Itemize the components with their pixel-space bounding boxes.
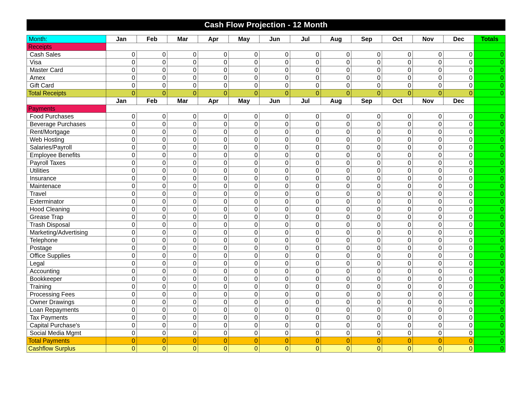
cell[interactable]: 0	[444, 236, 474, 244]
cell[interactable]: 0	[106, 120, 137, 128]
cell[interactable]: 0	[413, 291, 444, 298]
cell[interactable]: 0	[198, 260, 229, 267]
cell[interactable]: 0	[198, 252, 229, 260]
cell[interactable]: 0	[321, 298, 351, 306]
cell[interactable]: 0	[413, 82, 444, 89]
cell[interactable]: 0	[229, 51, 259, 58]
cell[interactable]: 0	[106, 306, 137, 314]
cell[interactable]: 0	[259, 298, 290, 306]
cell[interactable]: 0	[413, 175, 444, 182]
cell[interactable]: 0	[444, 260, 474, 267]
cell[interactable]: 0	[137, 206, 167, 213]
cell[interactable]: 0	[137, 113, 167, 120]
cell[interactable]: 0	[351, 58, 382, 66]
cell[interactable]: 0	[229, 151, 259, 159]
cell[interactable]: 0	[167, 260, 198, 267]
cell[interactable]: 0	[259, 175, 290, 182]
cell[interactable]: 0	[137, 213, 167, 221]
cell[interactable]: 0	[351, 283, 382, 291]
cell[interactable]: 0	[290, 182, 321, 190]
cell[interactable]: 0	[321, 182, 351, 190]
cell[interactable]: 0	[259, 58, 290, 66]
cell[interactable]: 0	[321, 322, 351, 329]
cell[interactable]: 0	[229, 66, 259, 74]
cell[interactable]: 0	[444, 182, 474, 190]
cell[interactable]: 0	[382, 182, 413, 190]
cell[interactable]: 0	[290, 221, 321, 229]
cell[interactable]: 0	[290, 175, 321, 182]
cell[interactable]: 0	[290, 167, 321, 175]
cell[interactable]: 0	[167, 213, 198, 221]
cell[interactable]: 0	[229, 291, 259, 298]
cell[interactable]: 0	[167, 229, 198, 236]
cell[interactable]: 0	[321, 229, 351, 236]
cell[interactable]: 0	[321, 314, 351, 322]
cell[interactable]: 0	[321, 58, 351, 66]
cell[interactable]: 0	[137, 221, 167, 229]
cell[interactable]: 0	[137, 175, 167, 182]
cell[interactable]: 0	[413, 66, 444, 74]
cell[interactable]: 0	[351, 136, 382, 144]
cell[interactable]: 0	[413, 74, 444, 82]
cell[interactable]: 0	[321, 128, 351, 136]
cell[interactable]: 0	[413, 252, 444, 260]
cell[interactable]: 0	[290, 314, 321, 322]
cell[interactable]: 0	[106, 298, 137, 306]
cell[interactable]: 0	[382, 244, 413, 252]
cell[interactable]: 0	[351, 159, 382, 167]
cell[interactable]: 0	[413, 51, 444, 58]
cell[interactable]: 0	[137, 190, 167, 198]
cell[interactable]: 0	[351, 190, 382, 198]
cell[interactable]: 0	[167, 198, 198, 206]
cell[interactable]: 0	[351, 260, 382, 267]
cell[interactable]: 0	[137, 229, 167, 236]
cell[interactable]: 0	[351, 267, 382, 275]
cell[interactable]: 0	[321, 167, 351, 175]
cell[interactable]: 0	[351, 252, 382, 260]
cell[interactable]: 0	[290, 213, 321, 221]
cell[interactable]: 0	[137, 283, 167, 291]
cell[interactable]: 0	[167, 144, 198, 151]
cell[interactable]: 0	[259, 66, 290, 74]
cell[interactable]: 0	[167, 267, 198, 275]
cell[interactable]: 0	[382, 252, 413, 260]
cell[interactable]: 0	[444, 167, 474, 175]
cell[interactable]: 0	[229, 275, 259, 283]
cell[interactable]: 0	[382, 151, 413, 159]
cell[interactable]: 0	[351, 206, 382, 213]
cell[interactable]: 0	[137, 198, 167, 206]
cell[interactable]: 0	[382, 275, 413, 283]
cell[interactable]: 0	[167, 159, 198, 167]
cell[interactable]: 0	[229, 329, 259, 337]
cell[interactable]: 0	[382, 58, 413, 66]
cell[interactable]: 0	[382, 221, 413, 229]
cell[interactable]: 0	[413, 283, 444, 291]
cell[interactable]: 0	[137, 167, 167, 175]
cell[interactable]: 0	[321, 213, 351, 221]
cell[interactable]: 0	[259, 244, 290, 252]
cell[interactable]: 0	[321, 329, 351, 337]
cell[interactable]: 0	[382, 298, 413, 306]
cell[interactable]: 0	[137, 260, 167, 267]
cell[interactable]: 0	[444, 151, 474, 159]
cell[interactable]: 0	[229, 175, 259, 182]
cell[interactable]: 0	[382, 120, 413, 128]
cell[interactable]: 0	[290, 252, 321, 260]
cell[interactable]: 0	[259, 314, 290, 322]
cell[interactable]: 0	[137, 267, 167, 275]
cell[interactable]: 0	[229, 267, 259, 275]
cell[interactable]: 0	[382, 322, 413, 329]
cell[interactable]: 0	[382, 236, 413, 244]
cell[interactable]: 0	[321, 221, 351, 229]
cell[interactable]: 0	[198, 329, 229, 337]
cell[interactable]: 0	[106, 267, 137, 275]
cell[interactable]: 0	[351, 298, 382, 306]
cell[interactable]: 0	[321, 113, 351, 120]
cell[interactable]: 0	[106, 128, 137, 136]
cell[interactable]: 0	[259, 252, 290, 260]
cell[interactable]: 0	[137, 58, 167, 66]
cell[interactable]: 0	[413, 120, 444, 128]
cell[interactable]: 0	[137, 252, 167, 260]
cell[interactable]: 0	[198, 120, 229, 128]
cell[interactable]: 0	[290, 58, 321, 66]
